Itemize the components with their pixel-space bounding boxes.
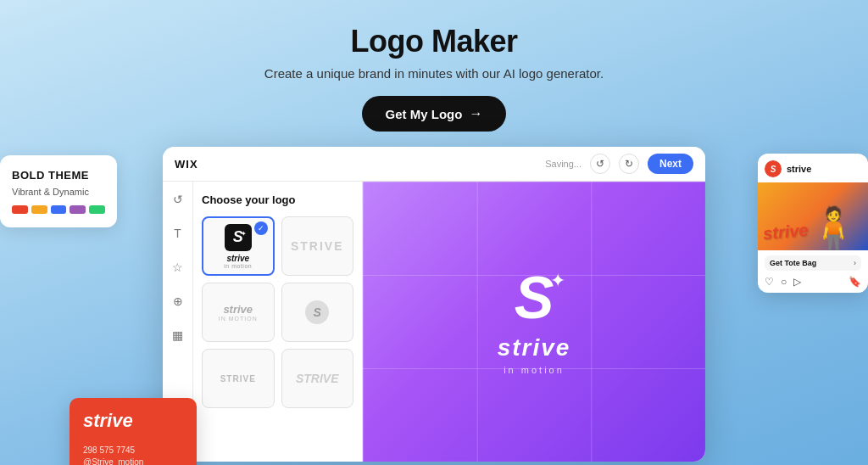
canvas-s-container: S ✦	[515, 268, 554, 328]
logo-item-1[interactable]: S ✦ strive in motion	[202, 216, 275, 276]
social-brand-name: strive	[787, 164, 811, 174]
canvas-logo: S ✦ strive in motion	[498, 268, 571, 375]
wix-saving-text: Saving...	[545, 159, 581, 169]
page-subtitle: Create a unique brand in minutes with ou…	[0, 66, 868, 81]
social-image: strive 🧍	[758, 182, 868, 250]
get-tote-row[interactable]: Get Tote Bag ›	[765, 255, 861, 271]
logo-item-4[interactable]: S	[281, 283, 354, 342]
sidebar-icon-add[interactable]: ⊕	[169, 292, 187, 311]
wix-editor: WIX Saving... ↺ ↻ Next ↺ T ☆ ⊕ ▦ Choose …	[163, 147, 705, 462]
wix-canvas: S ✦ strive in motion	[363, 182, 705, 462]
social-person-icon: 🧍	[807, 208, 860, 250]
canvas-brand: strive	[498, 334, 571, 361]
canvas-s-letter: S	[515, 265, 554, 331]
share-icon[interactable]: ▷	[793, 276, 801, 288]
wix-topbar-right: Saving... ↺ ↻ Next	[545, 154, 693, 174]
comment-icon[interactable]: ○	[781, 276, 787, 288]
social-card-header: S strive	[758, 154, 868, 182]
get-tote-label: Get Tote Bag	[770, 259, 816, 267]
color-swatches	[12, 205, 105, 214]
main-content: BOLD THEME Vibrant & Dynamic strive 298 …	[0, 147, 868, 462]
get-tote-arrow-icon: ›	[854, 259, 856, 267]
logo-item-2[interactable]: STRIVE	[281, 216, 354, 276]
wix-body: ↺ T ☆ ⊕ ▦ Choose your logo S ✦	[163, 182, 705, 462]
wix-topbar: WIX Saving... ↺ ↻ Next	[163, 147, 705, 182]
business-phone: 298 575 7745	[83, 445, 183, 455]
wix-logo: WIX	[175, 158, 198, 171]
social-card: S strive strive 🧍 Get Tote Bag › ♡ ○ ▷ 🔖	[758, 154, 868, 293]
business-brand: strive	[83, 410, 183, 432]
social-actions: ♡ ○ ▷ 🔖	[765, 276, 861, 288]
swatch-red	[12, 205, 28, 214]
swatch-green	[89, 205, 105, 214]
logo-item-6[interactable]: STRIVE	[281, 349, 354, 408]
bold-theme-label: BOLD THEME	[12, 169, 105, 182]
bold-theme-subtitle: Vibrant & Dynamic	[12, 187, 105, 197]
page-header: Logo Maker Create a unique brand in minu…	[0, 0, 868, 132]
cta-button[interactable]: Get My Logo →	[362, 96, 507, 132]
logo-panel: Choose your logo S ✦ strive in motion	[193, 182, 363, 462]
business-card: strive 298 575 7745 @Strive_motion	[70, 398, 197, 465]
logo-item-3[interactable]: strive IN MOTION	[202, 283, 275, 342]
social-bag-text: strive	[762, 221, 809, 244]
social-avatar: S	[765, 160, 782, 177]
sidebar-icon-star[interactable]: ☆	[169, 258, 187, 277]
logo-item-5[interactable]: strive	[202, 349, 275, 408]
cta-arrow-icon: →	[469, 106, 482, 121]
logo-panel-title: Choose your logo	[202, 193, 353, 206]
sidebar-icon-text[interactable]: T	[169, 224, 187, 243]
sidebar-icon-refresh[interactable]: ↺	[169, 190, 187, 209]
swatch-purple	[70, 205, 86, 214]
swatch-orange	[31, 205, 47, 214]
cta-label: Get My Logo	[386, 107, 463, 121]
next-button[interactable]: Next	[648, 154, 693, 174]
redo-button[interactable]: ↻	[619, 154, 639, 174]
undo-button[interactable]: ↺	[590, 154, 610, 174]
logo-grid: S ✦ strive in motion STRIVE	[202, 216, 353, 408]
canvas-tagline: in motion	[504, 365, 565, 375]
swatch-blue	[51, 205, 67, 214]
canvas-star-icon: ✦	[550, 270, 565, 292]
bold-theme-card: BOLD THEME Vibrant & Dynamic	[0, 155, 117, 227]
bookmark-icon[interactable]: 🔖	[849, 276, 861, 288]
social-card-footer: Get Tote Bag › ♡ ○ ▷ 🔖	[758, 250, 868, 293]
sidebar-icon-grid[interactable]: ▦	[169, 326, 187, 345]
business-handle: @Strive_motion	[83, 457, 183, 465]
page-title: Logo Maker	[0, 24, 868, 59]
heart-icon[interactable]: ♡	[765, 276, 774, 288]
